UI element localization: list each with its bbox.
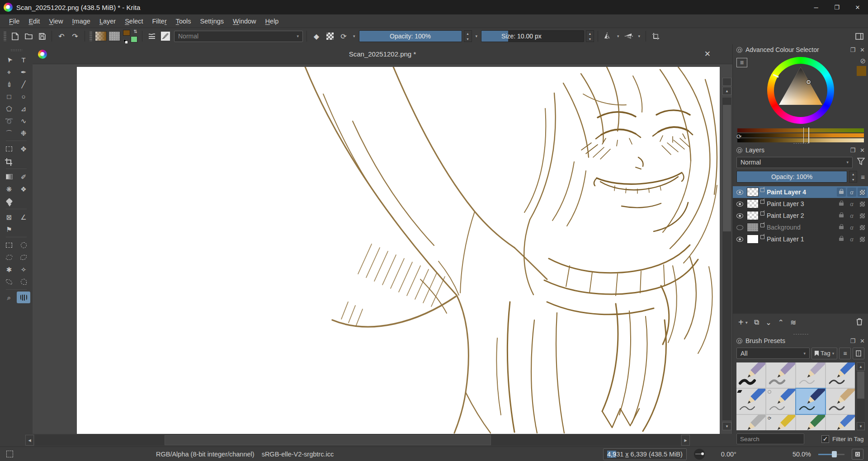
layer-hidden-eye-icon[interactable] [736, 225, 743, 230]
menu-file[interactable]: File [5, 18, 24, 25]
layer-visible-eye-icon[interactable] [736, 237, 743, 242]
alpha-lock-icon[interactable]: α [847, 199, 856, 208]
vertical-scroll-thumb[interactable] [723, 105, 731, 231]
tool-select-similar[interactable]: ✧ [17, 263, 30, 275]
layer-thumbnail[interactable] [747, 223, 759, 232]
filter-in-tag-checkbox[interactable]: ✓ [821, 435, 829, 443]
shade-strip-2[interactable] [737, 133, 864, 137]
tool-rectangle[interactable]: □ [2, 90, 16, 102]
close-docker-icon[interactable]: ✕ [860, 147, 865, 154]
mirror-horizontal-button[interactable] [602, 30, 613, 42]
new-document-button[interactable] [9, 30, 21, 42]
add-layer-button[interactable]: + [738, 317, 744, 328]
layer-row-paint-layer-2[interactable]: Paint Layer 2α [733, 210, 868, 221]
tag-button[interactable]: Tag ▾ [811, 348, 837, 359]
selection-indicator-icon[interactable] [6, 451, 13, 457]
save-button[interactable] [36, 30, 48, 42]
mirror-vertical-button[interactable] [623, 30, 635, 42]
maximize-button[interactable]: ❐ [826, 0, 847, 14]
eraser-mode-button[interactable]: ◆ [311, 30, 322, 42]
layer-thumbnail[interactable] [747, 199, 759, 208]
tool-calligraphy[interactable]: ✒ [17, 66, 30, 78]
canvas-viewport[interactable]: ▲ ▼ [33, 64, 732, 434]
chevron-down-icon[interactable]: ▾ [637, 34, 642, 38]
layer-lock-icon[interactable] [837, 199, 846, 208]
docker-lock-icon[interactable] [736, 338, 742, 344]
no-color-icon[interactable]: ⊘ [860, 57, 866, 65]
layer-visible-eye-icon[interactable] [736, 202, 743, 207]
layer-opacity-slider[interactable]: Opacity: 100% [736, 171, 847, 183]
swap-colors-icon[interactable]: ⇅ [134, 29, 137, 34]
docker-lock-icon[interactable] [736, 47, 742, 53]
scroll-down-arrow[interactable]: ▼ [857, 422, 865, 430]
delete-layer-button[interactable] [856, 318, 863, 327]
menu-help[interactable]: Help [261, 18, 283, 25]
workspace-chooser-button[interactable] [854, 30, 865, 42]
brush-preset-10[interactable]: ⟳ [766, 415, 795, 430]
brush-preset-11[interactable] [796, 415, 825, 430]
menu-window[interactable]: Window [228, 18, 261, 25]
tool-zoom[interactable]: ⌕ [2, 292, 16, 303]
layer-name[interactable]: Paint Layer 4 [767, 188, 806, 196]
open-document-button[interactable] [23, 30, 34, 42]
preset-scrollbar[interactable]: ▲ ▼ [857, 362, 865, 430]
brush-preset-12[interactable] [826, 415, 855, 430]
tool-select-rectangular[interactable] [2, 239, 16, 251]
canvas-page[interactable] [77, 67, 720, 434]
tool-assistants[interactable]: ⊠ [2, 211, 16, 223]
layer-options-menu-icon[interactable]: ≡ [859, 173, 865, 181]
zoom-slider-handle[interactable] [832, 451, 837, 457]
tool-smart-patch[interactable]: ❖ [17, 183, 30, 195]
layer-thumbnail[interactable] [747, 235, 759, 244]
duplicate-layer-button[interactable]: ⧉ [754, 318, 759, 326]
shade-refresh-icon[interactable]: ⟳ [736, 133, 742, 140]
tool-freehand-brush[interactable]: ✏ [2, 78, 16, 90]
tool-pan[interactable] [17, 292, 30, 303]
tool-colorize-mask[interactable]: ❋ [2, 183, 16, 195]
document-tab-title[interactable]: Scan_20251202.png * [33, 50, 732, 58]
layer-visible-eye-icon[interactable] [736, 213, 743, 218]
layer-lock-icon[interactable] [837, 235, 846, 244]
tool-line[interactable]: ╱ [17, 78, 30, 90]
tool-bezier-curve[interactable]: ➰ [2, 115, 16, 127]
preset-filter-select[interactable]: All ▾ [736, 348, 810, 359]
chevron-down-icon[interactable]: ▾ [615, 34, 621, 38]
redo-button[interactable]: ↷ [69, 30, 81, 42]
alpha-lock-icon[interactable]: α [847, 211, 856, 220]
inherit-alpha-icon[interactable] [858, 223, 867, 232]
opacity-slider[interactable]: Opacity: 100% [359, 30, 462, 42]
layer-name[interactable]: Paint Layer 2 [767, 212, 804, 219]
float-docker-icon[interactable]: ❐ [850, 338, 855, 344]
vertical-scrollbar[interactable]: ▲ ▼ [722, 78, 731, 430]
foreground-background-colors[interactable]: ⇅ [123, 30, 137, 42]
scroll-right-arrow[interactable]: ▶ [681, 435, 690, 446]
tool-edit-shapes[interactable]: ⌖ [2, 66, 16, 78]
preset-scroll-thumb[interactable] [857, 372, 864, 399]
layer-lock-icon[interactable] [837, 188, 846, 197]
alpha-lock-icon[interactable]: α [847, 235, 856, 244]
horizontal-scroll-thumb[interactable] [165, 435, 491, 445]
tool-polygon[interactable]: ⬠ [2, 103, 16, 114]
current-color-swatch[interactable] [857, 66, 866, 76]
menu-view[interactable]: View [44, 18, 67, 25]
shade-selector[interactable] [737, 128, 864, 143]
tool-select-freehand[interactable] [17, 251, 30, 263]
layer-row-paint-layer-4[interactable]: Paint Layer 4α [733, 186, 868, 198]
scroll-down-arrow[interactable]: ▼ [722, 422, 731, 430]
edit-brush-settings-button[interactable] [146, 30, 158, 42]
tool-gradient[interactable] [2, 171, 16, 183]
brush-preset-8[interactable] [826, 389, 855, 414]
tool-measure[interactable]: ∠ [17, 211, 30, 223]
tool-select-magnetic[interactable] [17, 276, 30, 287]
wrap-around-mode-button[interactable] [650, 30, 661, 42]
tool-reference-images[interactable]: ⚑ [2, 223, 16, 235]
menu-filter[interactable]: Filter [147, 18, 171, 25]
float-docker-icon[interactable]: ❐ [850, 147, 855, 154]
foreground-color-swatch[interactable] [123, 30, 130, 36]
selector-settings-button[interactable]: ≣ [736, 58, 747, 67]
brush-preset-7-selected[interactable] [796, 389, 825, 414]
move-layer-down-button[interactable]: ⌄ [765, 318, 771, 327]
float-docker-icon[interactable]: ❐ [850, 47, 855, 53]
alpha-lock-icon[interactable]: α [847, 188, 856, 197]
layer-thumbnail[interactable] [747, 211, 759, 220]
